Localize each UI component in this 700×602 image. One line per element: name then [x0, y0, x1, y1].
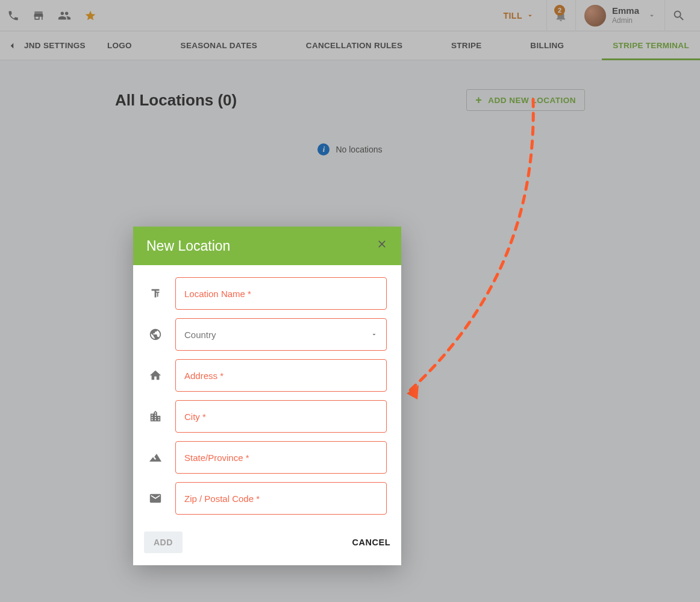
add-button[interactable]: ADD [144, 531, 183, 553]
country-select[interactable]: Country [175, 318, 387, 351]
row-state [148, 441, 387, 474]
modal-header: New Location [133, 227, 401, 265]
row-zip [148, 482, 387, 515]
close-button[interactable] [376, 238, 388, 254]
state-input[interactable] [175, 441, 387, 474]
text-icon [148, 287, 163, 300]
row-location-name [148, 277, 387, 310]
country-label: Country [184, 330, 216, 340]
row-address [148, 359, 387, 392]
location-name-input[interactable] [175, 277, 387, 310]
row-city [148, 400, 387, 433]
zip-input[interactable] [175, 482, 387, 515]
home-icon [148, 369, 163, 382]
mail-icon [148, 492, 163, 505]
modal-title: New Location [146, 238, 230, 254]
row-country: Country [148, 318, 387, 351]
city-icon [148, 410, 163, 423]
globe-icon [148, 328, 163, 341]
dropdown-icon [370, 331, 378, 338]
address-input[interactable] [175, 359, 387, 392]
cancel-button[interactable]: CANCEL [352, 538, 390, 547]
modal-footer: ADD CANCEL [133, 523, 401, 565]
landscape-icon [148, 450, 163, 465]
new-location-modal: New Location Country [133, 227, 401, 565]
close-icon [376, 238, 388, 250]
modal-body: Country [133, 265, 401, 515]
city-input[interactable] [175, 400, 387, 433]
